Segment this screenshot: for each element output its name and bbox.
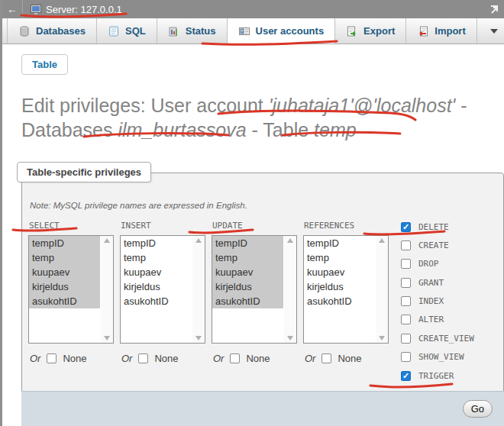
tab-more[interactable]: More — [477, 18, 504, 44]
phpmyadmin-page: { "colors": { "tab_text": "#235a81", "an… — [0, 0, 504, 426]
listbox-option[interactable]: kuupaev — [212, 265, 283, 279]
trigger-checkbox[interactable] — [401, 371, 411, 381]
tab-label: Databases — [36, 25, 86, 37]
listbox-option[interactable]: temp — [304, 250, 375, 265]
column-header-select: SELECT — [29, 221, 114, 231]
listbox-scrollbar[interactable] — [101, 236, 113, 343]
or-none-row: Or None — [30, 353, 114, 364]
heading-table-name: temp — [314, 119, 357, 140]
scroll-up-icon — [195, 238, 202, 243]
listbox-option[interactable]: asukohtID — [304, 294, 375, 308]
form-footer: Go — [21, 391, 504, 426]
table-specific-privileges-panel: Table-specific privileges Note: MySQL pr… — [21, 173, 504, 393]
index-checkbox[interactable] — [401, 296, 411, 306]
listbox-option[interactable]: kirjeldus — [212, 279, 283, 294]
table-subnav-button[interactable]: Table — [21, 54, 68, 75]
privilege-label: CREATE — [418, 240, 449, 250]
select-columns-listbox[interactable]: tempID temp kuupaev kirjeldus asukohtID — [28, 235, 114, 344]
tab-databases[interactable]: Databases — [7, 18, 97, 44]
listbox-option[interactable]: kirjeldus — [29, 279, 100, 294]
back-arrow-button[interactable]: ← — [2, 0, 23, 18]
heading-dash: - — [455, 95, 467, 116]
listbox-option[interactable]: temp — [121, 250, 192, 265]
none-checkbox-insert[interactable] — [138, 353, 148, 363]
listbox-scrollbar[interactable] — [376, 236, 388, 343]
none-checkbox-update[interactable] — [230, 353, 240, 363]
privilege-label: DROP — [418, 259, 439, 269]
or-none-row: Or None — [121, 353, 205, 364]
database-icon — [18, 25, 31, 37]
show-view-checkbox[interactable] — [401, 352, 411, 362]
column-references: REFERENCES tempID temp kuupaev kirjeldus… — [303, 221, 389, 364]
listbox-option[interactable]: kuupaev — [29, 265, 100, 279]
import-icon — [417, 25, 429, 37]
privilege-label: SHOW_VIEW — [418, 352, 464, 362]
drop-checkbox[interactable] — [401, 259, 411, 269]
listbox-option[interactable]: temp — [212, 250, 283, 265]
listbox-option[interactable]: tempID — [212, 236, 283, 250]
listbox-option[interactable]: kuupaev — [304, 265, 375, 279]
listbox-option[interactable]: temp — [29, 250, 100, 265]
listbox-scrollbar[interactable] — [284, 236, 296, 343]
scroll-up-icon — [287, 238, 293, 243]
privilege-row: DROP — [401, 258, 474, 270]
none-checkbox-references[interactable] — [321, 353, 331, 363]
export-icon — [346, 25, 358, 37]
listbox-option[interactable]: tempID — [29, 236, 100, 250]
tab-label: Import — [435, 25, 465, 37]
heading-user-account: 'juhataja1'@'localhost' — [269, 95, 456, 116]
privilege-row: GRANT — [401, 276, 474, 289]
tab-status[interactable]: Status — [157, 18, 228, 44]
none-label: None — [246, 353, 270, 364]
column-header-update: UPDATE — [212, 221, 297, 231]
or-label: Or — [213, 353, 224, 364]
none-checkbox-select[interactable] — [47, 353, 57, 363]
alter-checkbox[interactable] — [401, 315, 411, 324]
tab-label: Export — [363, 25, 395, 37]
sql-icon — [108, 25, 120, 37]
listbox-option[interactable]: kirjeldus — [121, 279, 192, 294]
heading-prefix: Edit privileges: User account — [21, 95, 269, 116]
create-view-checkbox[interactable] — [401, 334, 411, 344]
server-title-bar: ← Server: 127.0.0.1 — [2, 0, 504, 18]
listbox-option[interactable]: asukohtID — [212, 294, 283, 308]
server-breadcrumb[interactable]: Server: 127.0.0.1 — [31, 4, 122, 15]
delete-checkbox[interactable] — [401, 222, 411, 232]
scroll-to-top-icon[interactable] — [489, 4, 499, 15]
column-header-insert: INSERT — [121, 221, 205, 231]
or-none-row: Or None — [213, 353, 297, 364]
or-label: Or — [305, 353, 315, 364]
tab-import[interactable]: Import — [406, 18, 477, 44]
none-label: None — [63, 353, 86, 364]
none-label: None — [154, 353, 178, 364]
privilege-label: TRIGGER — [418, 371, 454, 381]
user-accounts-icon — [238, 25, 250, 37]
go-button[interactable]: Go — [463, 400, 493, 418]
insert-columns-listbox[interactable]: tempID temp kuupaev kirjeldus asukohtID — [120, 235, 205, 344]
listbox-option[interactable]: asukohtID — [121, 294, 192, 308]
privilege-checkbox-column: DELETE CREATE DROP GRANT INDEX — [401, 221, 474, 382]
references-columns-listbox[interactable]: tempID temp kuupaev kirjeldus asukohtID — [303, 235, 389, 344]
or-label: Or — [30, 353, 40, 364]
tab-export[interactable]: Export — [335, 18, 406, 44]
scroll-down-icon — [379, 336, 385, 340]
scroll-down-icon — [287, 336, 293, 340]
server-icon — [31, 5, 42, 15]
privilege-label: DELETE — [418, 222, 449, 232]
privilege-label: INDEX — [418, 296, 444, 306]
privilege-label: ALTER — [418, 315, 444, 324]
grant-checkbox[interactable] — [401, 278, 411, 288]
listbox-option[interactable]: kuupaev — [121, 265, 192, 279]
tab-user-accounts[interactable]: User accounts — [228, 18, 336, 44]
privilege-columns: SELECT tempID temp kuupaev kirjeldus asu… — [28, 221, 497, 382]
listbox-option[interactable]: kirjeldus — [304, 279, 375, 294]
privilege-row: DELETE — [401, 221, 474, 233]
column-update: UPDATE tempID temp kuupaev kirjeldus asu… — [212, 221, 297, 364]
listbox-option[interactable]: asukohtID — [29, 294, 100, 308]
create-checkbox[interactable] — [401, 240, 411, 250]
listbox-option[interactable]: tempID — [121, 236, 192, 250]
update-columns-listbox[interactable]: tempID temp kuupaev kirjeldus asukohtID — [212, 235, 297, 344]
listbox-scrollbar[interactable] — [192, 236, 205, 343]
listbox-option[interactable]: tempID — [304, 236, 375, 250]
tab-sql[interactable]: SQL — [97, 18, 157, 44]
